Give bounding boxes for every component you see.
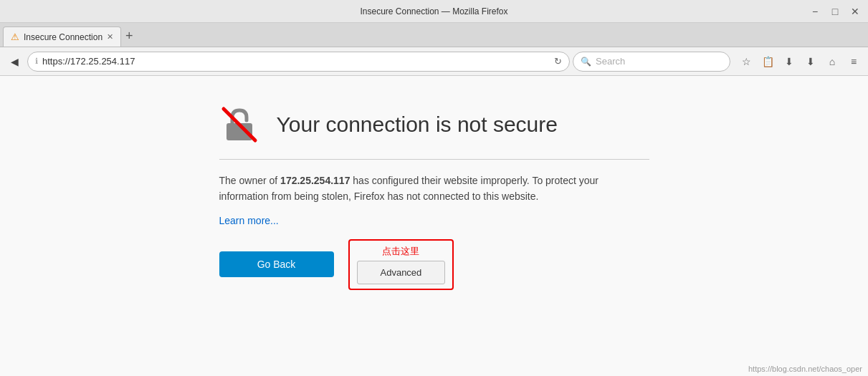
desc-prefix: The owner of	[219, 175, 281, 186]
minimize-button[interactable]: −	[808, 6, 822, 17]
download-button[interactable]: ⬇	[801, 52, 821, 72]
url-bar[interactable]: ℹ https://172.25.254.117 ↻	[27, 52, 570, 72]
menu-button[interactable]: ≡	[844, 52, 864, 72]
advanced-area: 点击这里 Advanced	[348, 239, 454, 290]
tab-warning-icon: ⚠	[11, 32, 19, 42]
tab-bar: ⚠ Insecure Connection ✕ +	[0, 23, 868, 47]
lock-icon: ℹ	[35, 57, 38, 66]
bookmark-button[interactable]: ☆	[736, 52, 756, 72]
watermark: https://blog.csdn.net/chaos_oper	[748, 365, 862, 373]
error-title: Your connection is not secure	[277, 112, 558, 138]
reload-button[interactable]: ↻	[554, 56, 562, 67]
click-here-text: 点击这里	[382, 245, 419, 258]
main-content: Your connection is not secure The owner …	[0, 76, 868, 360]
tab-close-button[interactable]: ✕	[107, 32, 113, 42]
close-button[interactable]: ✕	[848, 6, 862, 17]
error-header: Your connection is not secure	[219, 105, 649, 145]
maximize-button[interactable]: □	[828, 6, 842, 17]
learn-more-link[interactable]: Learn more...	[219, 215, 649, 226]
home-button[interactable]: ⌂	[822, 52, 842, 72]
error-container: Your connection is not secure The owner …	[219, 105, 649, 346]
advanced-button[interactable]: Advanced	[357, 261, 446, 284]
nav-bar: ◀ ℹ https://172.25.254.117 ↻ 🔍 Search ☆ …	[0, 47, 868, 76]
window-title: Insecure Connection — Mozilla Firefox	[360, 6, 507, 16]
go-back-button[interactable]: Go Back	[219, 251, 334, 277]
search-bar[interactable]: 🔍 Search	[573, 52, 730, 72]
search-icon: 🔍	[581, 57, 591, 67]
error-description: The owner of 172.25.254.117 has configur…	[219, 173, 649, 205]
new-tab-button[interactable]: +	[125, 29, 133, 47]
url-text: https://172.25.254.117	[42, 56, 550, 67]
back-button[interactable]: ◀	[4, 52, 24, 72]
error-divider	[219, 159, 649, 160]
save-button[interactable]: 📋	[758, 52, 778, 72]
search-placeholder: Search	[596, 56, 625, 67]
active-tab[interactable]: ⚠ Insecure Connection ✕	[3, 26, 121, 47]
action-row: Go Back 点击这里 Advanced	[219, 239, 649, 290]
lock-broken-icon	[219, 105, 259, 145]
tab-label: Insecure Connection	[24, 32, 102, 42]
title-bar: Insecure Connection — Mozilla Firefox − …	[0, 0, 868, 23]
desc-host: 172.25.254.117	[280, 175, 350, 186]
nav-icons: ☆ 📋 ⬇ ⬇ ⌂ ≡	[736, 52, 864, 72]
window-controls: − □ ✕	[808, 6, 862, 17]
pocket-button[interactable]: ⬇	[779, 52, 799, 72]
